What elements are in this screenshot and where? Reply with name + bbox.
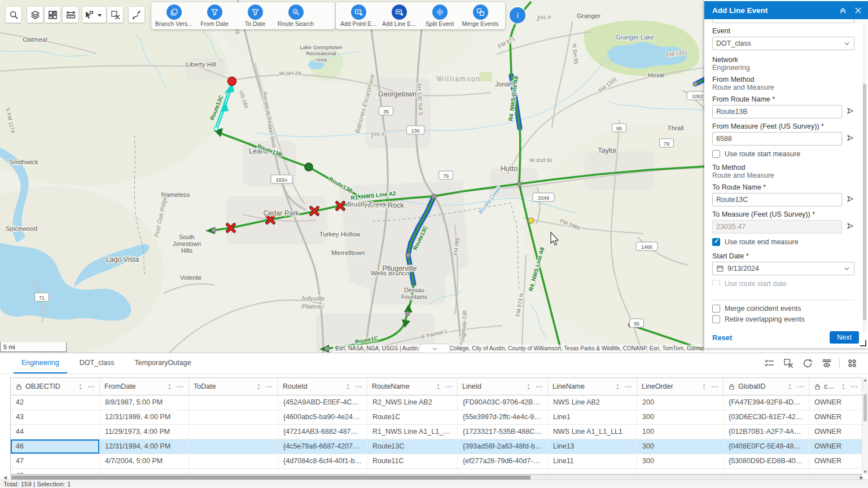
tab-engineering[interactable]: Engineering [14,353,67,373]
event-select[interactable]: DOT_class [712,37,854,50]
table-cell[interactable]: 47 [11,454,100,468]
table-cell[interactable]: {393ad56f-2a63-48fd-bc2... [458,439,548,454]
pick-on-map-icon[interactable] [846,222,854,230]
scroll-down-arrow[interactable]: ▼ [863,469,867,474]
tab-dot_class[interactable]: DOT_class [72,353,122,373]
table-cell[interactable]: OWNER [809,454,863,468]
pick-on-map-icon[interactable] [846,134,854,142]
column-header-RouteId[interactable]: RouteId [278,378,367,395]
table-cell[interactable]: 43 [11,410,100,424]
retire-overlapping-checkbox[interactable]: Retire overlapping events [712,315,854,323]
table-cell[interactable]: 46 [11,439,100,454]
column-header-LineName[interactable]: LineName [548,378,637,395]
table-cell[interactable] [809,469,863,474]
to-route-input[interactable]: Route13C [712,193,842,206]
table-row[interactable]: 474/7/2004, 5:00 PM{4d7084c8-6cf4-40f1-b… [11,454,863,469]
options-button[interactable] [844,355,860,371]
table-cell[interactable]: OWNER [809,410,863,424]
table-cell[interactable]: {FD90A03C-9706-42BC-9... [458,395,548,410]
column-header-GlobalID[interactable]: GlobalID [724,378,809,395]
table-cell[interactable]: {012B70B1-A2F7-4A4F-96... [724,425,809,439]
table-row[interactable]: 48 [11,469,863,474]
column-header-OBJECTID[interactable]: OBJECTID [11,378,100,395]
table-row[interactable]: 4312/31/1999, 4:00 PM{4600abc5-ba90-4e24… [11,410,863,425]
column-header-FromDate[interactable]: FromDate [100,378,189,395]
table-cell[interactable]: NWS Line A1_L1_LL1 [548,425,637,439]
from-measure-input[interactable]: 6588 [712,132,842,146]
reset-link[interactable]: Reset [712,333,830,342]
table-cell[interactable] [278,469,367,474]
table-cell[interactable]: 12/31/1994, 4:00 PM [100,439,189,454]
toggle-columns-button[interactable] [819,355,835,371]
panel-resize-handle[interactable] [860,340,866,346]
toolbar-button-filter[interactable]: From Date [194,5,235,27]
table-collapse-tab[interactable] [419,344,450,353]
table-cell[interactable]: 12/31/1999, 4:00 PM [100,410,189,424]
table-cell[interactable] [189,454,278,468]
table-row[interactable]: 4411/29/1973, 4:00 PM{47214AB3-6882-4873… [11,425,863,439]
table-cell[interactable]: {452A9ABD-E0EF-4CEB-B... [278,395,367,410]
table-cell[interactable]: OWNER [809,395,863,410]
table-cell[interactable]: {03D6EC3D-61E7-424C-9... [724,410,809,424]
column-header-LineId[interactable]: LineId [458,378,548,395]
table-cell[interactable] [724,469,809,474]
table-cell[interactable]: {4d7084c8-6cf4-40f1-ba3... [278,454,367,468]
table-cell[interactable]: 8/8/1987, 5:00 PM [100,395,189,410]
table-cell[interactable]: {47214AB3-6882-4873-94... [278,425,367,439]
checkbox[interactable] [712,305,720,313]
panel-scrollbar[interactable] [862,23,867,332]
map-tool-clear-selection[interactable] [107,7,123,23]
table-cell[interactable]: {17233217-535B-488C-82... [458,425,548,439]
map-tool-select[interactable] [82,7,106,23]
scrollbar-thumb[interactable] [863,394,867,421]
table-cell[interactable]: OWNER [809,439,863,454]
table-cell[interactable] [367,469,458,474]
checkbox[interactable] [712,315,720,323]
use-route-end-measure-checkbox[interactable]: Use route end measure [712,238,854,246]
pick-on-map-icon[interactable] [846,195,854,203]
toolbar-button-split-event[interactable]: Split Event [419,5,460,27]
checkbox-checked[interactable] [712,238,720,246]
table-cell[interactable]: 300 [637,454,724,468]
table-cell[interactable]: 300 [637,410,724,424]
table-cell[interactable]: 200 [637,395,724,410]
table-row[interactable]: 428/8/1987, 5:00 PM{452A9ABD-E0EF-4CEB-B… [11,395,863,410]
table-cell[interactable] [100,469,189,474]
table-cell[interactable] [189,395,278,410]
table-cell[interactable]: Route1C [367,410,458,424]
table-cell[interactable]: 48 [11,469,100,474]
show-selection-button[interactable] [761,355,777,371]
table-cell[interactable]: R2_NWS Line AB2 [367,395,458,410]
table-cell[interactable] [189,425,278,439]
vertical-scrollbar[interactable]: ▲ ▼ [862,377,868,474]
map-tool-basemap[interactable] [45,7,60,23]
table-cell[interactable]: Line13 [548,439,637,454]
refresh-button[interactable] [800,355,816,371]
collapse-panel-icon[interactable] [839,6,847,15]
toolbar-button-merge-events[interactable]: Merge Events [460,5,501,27]
table-cell[interactable]: 300 [637,439,724,454]
map-view[interactable]: 35130957979183A3349146610639571 OatmealL… [0,0,704,353]
table-cell[interactable]: {53080D9D-ED8B-4044-9... [724,454,809,468]
table-cell[interactable]: NWS Line AB2 [548,395,637,410]
scroll-up-arrow[interactable]: ▲ [863,377,867,383]
table-cell[interactable]: Line1 [548,410,637,424]
column-header-ToDate[interactable]: ToDate [189,378,278,395]
table-cell[interactable] [189,469,278,474]
table-cell[interactable]: 42 [11,395,100,410]
close-panel-icon[interactable] [854,6,862,15]
info-button[interactable] [510,7,525,23]
table-cell[interactable]: 44 [11,425,100,439]
clipped-field[interactable] [712,19,854,23]
column-header-RouteName[interactable]: RouteName [367,378,458,395]
tab-temporaryoutage[interactable]: TemporaryOutage [127,353,199,373]
table-cell[interactable]: Route11C [367,454,458,468]
table-cell[interactable]: {FA47E394-92F8-4D3B-A... [724,395,809,410]
start-date-input[interactable]: 9/13/2024 [712,262,854,275]
table-cell[interactable]: {55e3997d-2ffc-4e4c-9a6... [458,410,548,424]
column-header-LineOrder[interactable]: LineOrder [637,378,724,395]
from-route-input[interactable]: Route13B [712,105,842,118]
checkbox[interactable] [712,150,720,158]
table-cell[interactable] [458,469,548,474]
table-cell[interactable] [189,439,278,454]
